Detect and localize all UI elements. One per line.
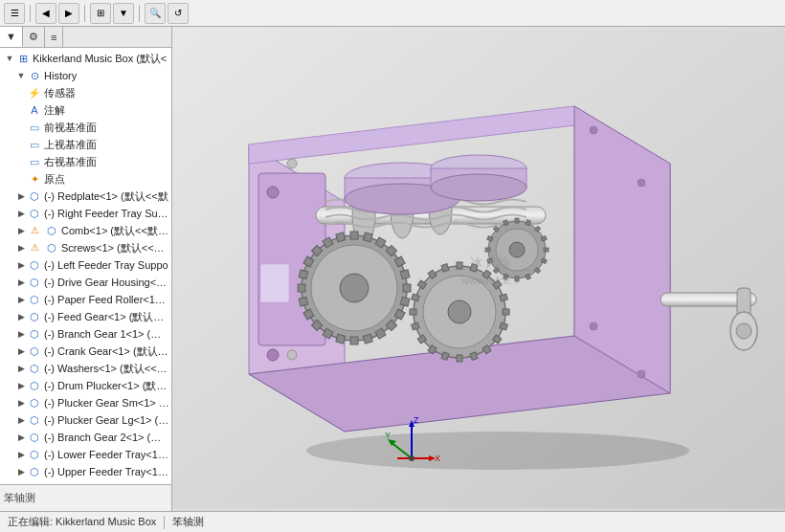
status-bar: 正在编辑: Kikkerland Music Box 笨轴测 [0, 511, 785, 532]
svg-rect-30 [336, 334, 346, 344]
tree-item-17[interactable]: ▶⬡(-) Branch Gear 1<1> (默认 [0, 325, 171, 343]
view-button[interactable]: ⊞ [90, 3, 111, 24]
tree-item-8[interactable]: ✦原点 [0, 170, 171, 188]
tree-arrow-16[interactable]: ▶ [15, 311, 27, 322]
zoom-button[interactable]: 🔍 [145, 3, 166, 24]
tree-label-11: Comb<1> (默认<<默认>_显 [61, 223, 169, 238]
tree-icon-24: ⬡ [27, 447, 42, 462]
svg-rect-22 [400, 270, 410, 279]
tree-arrow-20[interactable]: ▶ [15, 380, 27, 391]
svg-point-97 [431, 174, 527, 201]
3d-viewport[interactable]: 冰 风险 www.mfce... Z X Y [172, 27, 785, 511]
tab-properties[interactable]: ⚙ [23, 27, 45, 47]
svg-rect-24 [400, 297, 410, 306]
warn-icon-11: ⚠ [27, 223, 42, 238]
dropdown-button[interactable]: ▼ [113, 3, 134, 24]
tree-item-2[interactable]: ▼⊙History [0, 67, 171, 84]
tree-arrow-22[interactable]: ▶ [15, 414, 27, 426]
back-button[interactable]: ◀ [35, 3, 56, 24]
tree-arrow-24[interactable]: ▶ [15, 449, 27, 460]
tree-item-14[interactable]: ▶⬡(-) Drive Gear Housing<1> (默 [0, 274, 171, 291]
svg-rect-44 [457, 262, 462, 269]
tree-item-3[interactable]: ⚡传感器 [0, 84, 171, 101]
tree-item-9[interactable]: ▶⬡(-) Redplate<1> (默认<<默 [0, 188, 171, 205]
tree-label-19: (-) Washers<1> (默认<<默认 [44, 361, 169, 376]
tree-label-9: (-) Redplate<1> (默认<<默 [44, 188, 168, 204]
tree-arrow-2[interactable]: ▼ [15, 70, 27, 81]
svg-rect-28 [363, 334, 372, 344]
tree-item-21[interactable]: ▶⬡(-) Plucker Gear Sm<1> (默认 [0, 394, 171, 411]
tree-label-13: (-) Left Feeder Tray Suppo [44, 257, 168, 273]
tree-arrow-11[interactable]: ▶ [15, 225, 27, 236]
tree-icon-21: ⬡ [27, 395, 42, 410]
status-text: 正在编辑: Kikkerland Music Box [8, 515, 156, 529]
tab-config[interactable]: ≡ [45, 27, 63, 47]
tree-arrow-8 [15, 173, 27, 185]
svg-text:X: X [435, 454, 440, 463]
tree-label-20: (-) Drum Plucker<1> (默认<< [44, 378, 169, 393]
tree-icon-18: ⬡ [27, 344, 42, 359]
tree-icon-25: ⬡ [27, 464, 42, 479]
tree-arrow-14[interactable]: ▶ [15, 277, 27, 288]
tree-icon-22: ⬡ [27, 412, 42, 428]
tree-item-12[interactable]: ▶⚠⬡Screws<1> (默认<<默认> [0, 239, 171, 256]
tree-arrow-13[interactable]: ▶ [15, 259, 27, 271]
svg-point-66 [509, 242, 525, 257]
tree-item-10[interactable]: ▶⬡(-) Right Feeder Tray Suppor [0, 205, 171, 222]
tree-arrow-21[interactable]: ▶ [15, 397, 27, 409]
tree-item-1[interactable]: ▼⊞Kikkerland Music Box (默认< [0, 50, 171, 67]
tree-arrow-17[interactable]: ▶ [15, 328, 27, 340]
tree-item-7[interactable]: ▭右视基准面 [0, 153, 171, 170]
svg-rect-67 [515, 218, 519, 223]
svg-point-87 [590, 322, 597, 330]
tree-item-18[interactable]: ▶⬡(-) Crank Gear<1> (默认<<默 [0, 343, 171, 360]
tree-item-16[interactable]: ▶⬡(-) Feed Gear<1> (默认<<默 [0, 308, 171, 325]
tree-arrow-9[interactable]: ▶ [15, 190, 27, 202]
tree-arrow-5 [15, 122, 27, 133]
menu-button[interactable]: ☰ [4, 3, 25, 24]
tree-label-25: (-) Upper Feeder Tray<1> (默 [44, 464, 169, 479]
tree-item-25[interactable]: ▶⬡(-) Upper Feeder Tray<1> (默 [0, 463, 171, 480]
tree-item-20[interactable]: ▶⬡(-) Drum Plucker<1> (默认<< [0, 377, 171, 394]
panel-tabs: ▼ ⚙ ≡ [0, 27, 171, 48]
tree-item-11[interactable]: ▶⚠⬡Comb<1> (默认<<默认>_显 [0, 222, 171, 239]
tree-icon-16: ⬡ [27, 309, 42, 324]
tree-arrow-19[interactable]: ▶ [15, 363, 27, 374]
tree-item-15[interactable]: ▶⬡(-) Paper Feed Roller<1> (默认 [0, 291, 171, 308]
separator-2 [84, 5, 85, 22]
tree-label-10: (-) Right Feeder Tray Suppor [44, 206, 169, 221]
tree-arrow-3 [15, 87, 27, 99]
svg-line-107 [391, 442, 412, 458]
tree-icon-1: ⊞ [15, 51, 31, 66]
tree-item-5[interactable]: ▭前视基准面 [0, 119, 171, 136]
tree-label-2: History [44, 68, 77, 83]
tree-arrow-25[interactable]: ▶ [15, 466, 27, 477]
tree-item-23[interactable]: ▶⬡(-) Branch Gear 2<1> (默认 [0, 429, 171, 446]
tree-arrow-15[interactable]: ▶ [15, 294, 27, 305]
tree-arrow-12[interactable]: ▶ [15, 242, 27, 254]
feature-tree: ▼⊞Kikkerland Music Box (默认<▼⊙History⚡传感器… [0, 48, 171, 484]
forward-button[interactable]: ▶ [58, 3, 79, 24]
svg-text:Y: Y [385, 431, 391, 440]
tree-arrow-23[interactable]: ▶ [15, 432, 27, 443]
tree-item-22[interactable]: ▶⬡(-) Plucker Gear Lg<1> (默认 [0, 411, 171, 429]
tree-item-4[interactable]: A注解 [0, 101, 171, 119]
tree-arrow-1[interactable]: ▼ [4, 53, 15, 64]
tree-label-7: 右视基准面 [44, 154, 97, 169]
tree-item-24[interactable]: ▶⬡(-) Lower Feeder Tray<1> (默 [0, 446, 171, 463]
tree-item-19[interactable]: ▶⬡(-) Washers<1> (默认<<默认 [0, 360, 171, 377]
axis-indicator: Z X Y [383, 415, 440, 473]
tree-label-4: 注解 [44, 102, 65, 118]
tree-label-16: (-) Feed Gear<1> (默认<<默 [44, 309, 169, 324]
rotate-button[interactable]: ↺ [168, 3, 189, 24]
tree-arrow-18[interactable]: ▶ [15, 345, 27, 357]
tree-item-6[interactable]: ▭上视基准面 [0, 136, 171, 153]
svg-point-4 [267, 187, 279, 198]
tree-item-13[interactable]: ▶⬡(-) Left Feeder Tray Suppo [0, 256, 171, 274]
tree-arrow-10[interactable]: ▶ [15, 208, 27, 219]
svg-rect-34 [299, 297, 308, 306]
tree-label-15: (-) Paper Feed Roller<1> (默认 [44, 292, 169, 307]
tab-feature-tree[interactable]: ▼ [0, 27, 23, 47]
tree-label-24: (-) Lower Feeder Tray<1> (默 [44, 447, 169, 462]
model-svg [172, 27, 785, 511]
